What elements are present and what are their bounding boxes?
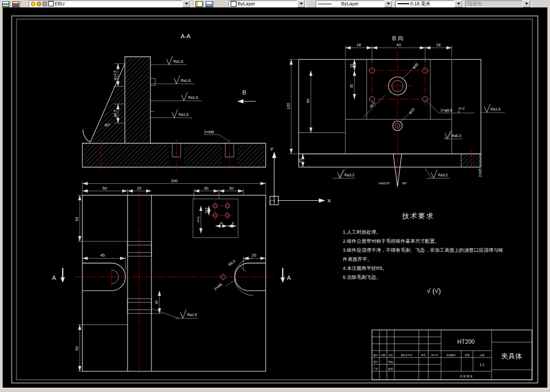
tech-line: 5.去除毛刺飞边。 xyxy=(343,275,381,280)
layer-combo-arrow[interactable] xyxy=(182,1,190,7)
titleblock-approve: 批准 xyxy=(388,368,393,371)
dim-2xphi6-6: 2×φ6.6 xyxy=(441,108,452,113)
lineweight-sample-icon xyxy=(397,3,409,4)
dim-83: 83 xyxy=(75,346,79,351)
dim-200: 200 xyxy=(171,178,178,183)
dim-44-5: 44.5 xyxy=(197,216,200,223)
chevron-down-icon xyxy=(185,3,188,5)
section-view-a-a: A-A φ14.5 φ6.5 60° xyxy=(82,33,266,170)
titleblock-header-sign: 签名 xyxy=(421,354,426,356)
cad-application-window: EBU ByLayer ByLayer 0.18 毫米 随颜色 xyxy=(0,0,550,392)
titleblock-scale-value: 1:1 xyxy=(479,363,484,367)
dim-40: 40 xyxy=(155,300,158,304)
layer-previous-button[interactable] xyxy=(205,1,214,7)
tech-line: 件表面齐平。 xyxy=(342,257,372,262)
chevron-down-icon xyxy=(300,3,303,5)
technical-requirements: 技术要求 1.人工时效处理。 2.铸件公差带对称于毛坯铸件基本尺寸配置。 3.铸… xyxy=(342,212,503,295)
dim-30: 30 xyxy=(350,84,353,88)
titleblock-header-doc: 更改文件号 xyxy=(401,354,412,356)
dim-45deg: 45° xyxy=(402,182,408,185)
roughness-ra1-6: Ra1.6 xyxy=(490,107,501,111)
roughness-ra3-2: Ra3.2 xyxy=(344,173,354,177)
linetype-combo[interactable]: ByLayer xyxy=(316,1,393,7)
make-object-layer-current-button[interactable] xyxy=(194,1,204,7)
dim-phi20: φ20 xyxy=(408,107,416,115)
color-combo-arrow[interactable] xyxy=(297,1,305,7)
ucs-y-label: Y xyxy=(270,146,274,152)
roughness-ra1-6: Ra1.6 xyxy=(187,313,197,317)
make-current-icon xyxy=(196,1,202,7)
plan-view: 10.8 44.5 14 9 200 50 20 30 30 83 83 xyxy=(52,178,291,374)
linetype-sample-icon xyxy=(318,4,332,4)
layer-previous-icon xyxy=(206,1,213,7)
tolerance-upper: +0.12 xyxy=(458,107,464,110)
dim-9: 9 xyxy=(232,221,234,225)
roughness-ra1-6: Ra1.6 xyxy=(179,113,189,116)
chevron-down-icon xyxy=(457,3,460,5)
lineweight-combo-arrow[interactable] xyxy=(454,1,462,7)
titleblock-stage: 阶段标记 xyxy=(446,354,456,357)
dim-50: 50 xyxy=(103,186,107,191)
roughness-ra6-3: Ra6.3 xyxy=(451,134,461,138)
dim-60: 60 xyxy=(306,99,310,103)
dim-16: 16 xyxy=(436,42,441,47)
ucs-icon: Y X xyxy=(270,146,331,205)
dim-16: 16 xyxy=(357,42,361,47)
titleblock-scale: 比例 xyxy=(480,354,485,357)
drawing-canvas[interactable]: A-A φ14.5 φ6.5 60° xyxy=(3,7,547,388)
dim-20: 20 xyxy=(298,159,302,163)
titleblock-sheet: 共 张 第 张 xyxy=(460,374,472,378)
thread-callout-2xm5: 2×M5 xyxy=(213,283,223,291)
dim-14: 14 xyxy=(219,221,223,225)
titleblock-header-mark: 标记 xyxy=(374,354,378,357)
y-axis-arrow-icon xyxy=(272,152,276,158)
dim-phi14-5: φ14.5 xyxy=(113,71,117,80)
titleblock-header-zone: 分区 xyxy=(388,354,393,356)
dim-30: 30 xyxy=(229,186,233,191)
dim-120: 120 xyxy=(286,103,291,109)
view-b-label: B 向 xyxy=(392,35,403,41)
dim-r6-5: R6.5 xyxy=(227,259,236,267)
tolerance-lower: 0 xyxy=(458,110,460,113)
statusbar-edge xyxy=(0,388,550,392)
plotstyle-combo-arrow xyxy=(522,1,530,7)
material-designation: HT200 xyxy=(457,338,475,345)
titleblock-header-count: 处数 xyxy=(381,354,386,356)
ucs-x-label: X xyxy=(327,198,331,203)
title-block: HT200 夹具体 标记 处数 分区 更改文件号 签名 年月日 设计 审核 工艺… xyxy=(372,330,532,380)
section-arrow-icon xyxy=(281,277,285,283)
drawing-area[interactable]: A-A φ14.5 φ6.5 60° xyxy=(3,7,547,388)
dim-14-tol: 14±0.07 xyxy=(378,182,390,185)
layer-properties-manager-button[interactable] xyxy=(1,1,10,7)
color-swatch-icon xyxy=(231,1,236,7)
tech-requirements-title: 技术要求 xyxy=(402,212,434,220)
section-view-label: A-A xyxy=(181,33,191,39)
current-linetype: ByLayer xyxy=(340,1,359,6)
linetype-combo-arrow[interactable] xyxy=(384,1,392,7)
arrow-left-icon xyxy=(238,99,243,104)
layers-dialog-button[interactable] xyxy=(11,1,20,7)
dim-15: 15 xyxy=(350,64,353,68)
titleblock-design: 设计 xyxy=(374,360,378,363)
layer-on-bulb-icon xyxy=(31,2,36,6)
lineweight-combo[interactable]: 0.18 毫米 xyxy=(395,1,463,7)
dim-45: 45 xyxy=(100,253,105,258)
layer-thaw-sun-icon xyxy=(37,2,41,6)
roughness-ra1-6: Ra1.6 xyxy=(173,59,183,63)
dim-44-5: 44.5 xyxy=(369,101,376,108)
titleblock-header-date: 年月日 xyxy=(431,354,438,356)
current-layer-name: EBU xyxy=(54,1,65,6)
titleblock-craft: 工艺 xyxy=(374,368,378,370)
tech-line: 1.人工时效处理。 xyxy=(343,229,381,235)
titleblock-audit: 审核 xyxy=(388,361,393,363)
view-b-direction: B 向 xyxy=(286,35,505,190)
dim-43: 43 xyxy=(396,42,401,47)
color-combo[interactable]: ByLayer xyxy=(229,1,306,7)
section-marker-a-left: A xyxy=(52,275,56,281)
thread-callout-2xm5: 2×M5 xyxy=(478,168,482,177)
dim-10-8: 10.8 xyxy=(205,207,208,214)
part-name: 夹具体 xyxy=(502,352,522,360)
layer-combo[interactable]: EBU xyxy=(29,1,191,7)
surface-finish-note: √ (√) xyxy=(427,287,441,295)
tech-line: 4.未注圆角半径R5。 xyxy=(343,266,387,271)
